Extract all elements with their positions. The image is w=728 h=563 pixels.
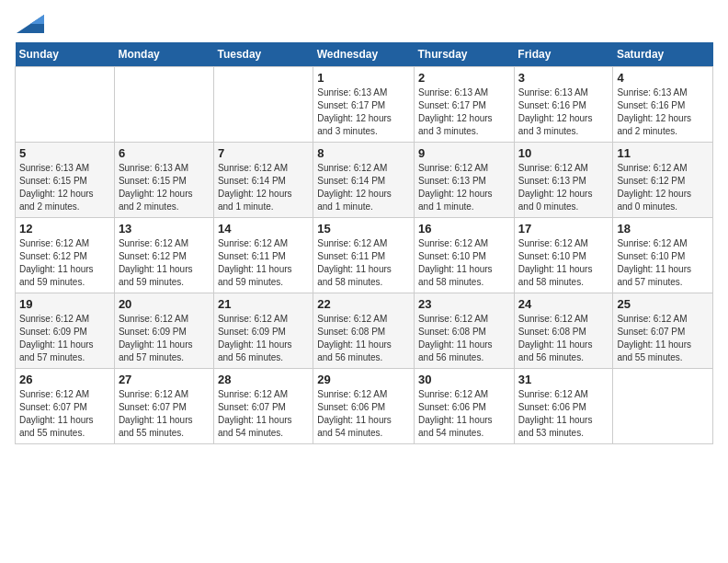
calendar-cell: 28Sunrise: 6:12 AM Sunset: 6:07 PM Dayli… <box>213 369 313 444</box>
day-number: 3 <box>518 71 609 85</box>
day-info: Sunrise: 6:12 AM Sunset: 6:06 PM Dayligh… <box>518 388 609 440</box>
day-info: Sunrise: 6:12 AM Sunset: 6:07 PM Dayligh… <box>119 388 210 440</box>
calendar-cell: 4Sunrise: 6:13 AM Sunset: 6:16 PM Daylig… <box>613 67 713 143</box>
day-number: 5 <box>19 146 110 160</box>
day-number: 27 <box>119 373 210 386</box>
day-info: Sunrise: 6:12 AM Sunset: 6:11 PM Dayligh… <box>317 237 410 289</box>
calendar-table: SundayMondayTuesdayWednesdayThursdayFrid… <box>15 42 713 444</box>
day-number: 29 <box>317 373 410 386</box>
day-info: Sunrise: 6:13 AM Sunset: 6:16 PM Dayligh… <box>518 86 609 138</box>
calendar-week-row: 12Sunrise: 6:12 AM Sunset: 6:12 PM Dayli… <box>16 218 713 293</box>
calendar-cell: 6Sunrise: 6:13 AM Sunset: 6:15 PM Daylig… <box>114 143 213 218</box>
calendar-cell: 17Sunrise: 6:12 AM Sunset: 6:10 PM Dayli… <box>514 218 613 293</box>
day-number: 20 <box>119 297 210 311</box>
day-info: Sunrise: 6:12 AM Sunset: 6:06 PM Dayligh… <box>418 388 510 440</box>
day-number: 11 <box>617 146 709 160</box>
day-info: Sunrise: 6:12 AM Sunset: 6:11 PM Dayligh… <box>218 237 309 289</box>
calendar-cell: 19Sunrise: 6:12 AM Sunset: 6:09 PM Dayli… <box>16 293 115 369</box>
svg-marker-1 <box>30 15 44 24</box>
day-info: Sunrise: 6:12 AM Sunset: 6:07 PM Dayligh… <box>218 388 309 440</box>
calendar-cell: 20Sunrise: 6:12 AM Sunset: 6:09 PM Dayli… <box>114 293 213 369</box>
calendar-cell: 3Sunrise: 6:13 AM Sunset: 6:16 PM Daylig… <box>514 67 613 143</box>
day-of-week-header: Saturday <box>613 42 713 67</box>
days-of-week-row: SundayMondayTuesdayWednesdayThursdayFrid… <box>16 42 713 67</box>
calendar-cell: 27Sunrise: 6:12 AM Sunset: 6:07 PM Dayli… <box>114 369 213 444</box>
logo <box>15 15 44 33</box>
day-info: Sunrise: 6:12 AM Sunset: 6:13 PM Dayligh… <box>518 162 609 213</box>
calendar-cell <box>213 67 313 143</box>
day-number: 7 <box>218 146 309 160</box>
day-info: Sunrise: 6:12 AM Sunset: 6:07 PM Dayligh… <box>617 313 709 364</box>
calendar-week-row: 1Sunrise: 6:13 AM Sunset: 6:17 PM Daylig… <box>16 67 713 143</box>
day-info: Sunrise: 6:12 AM Sunset: 6:07 PM Dayligh… <box>19 388 110 440</box>
page-header <box>15 15 713 33</box>
day-number: 26 <box>19 373 110 386</box>
day-info: Sunrise: 6:12 AM Sunset: 6:08 PM Dayligh… <box>317 313 410 364</box>
calendar-cell: 23Sunrise: 6:12 AM Sunset: 6:08 PM Dayli… <box>415 293 515 369</box>
day-number: 23 <box>418 297 510 311</box>
day-info: Sunrise: 6:12 AM Sunset: 6:09 PM Dayligh… <box>218 313 309 364</box>
day-number: 12 <box>19 222 110 236</box>
day-number: 6 <box>119 146 210 160</box>
calendar-cell: 31Sunrise: 6:12 AM Sunset: 6:06 PM Dayli… <box>514 369 613 444</box>
day-number: 22 <box>317 297 410 311</box>
day-number: 28 <box>218 373 309 386</box>
day-info: Sunrise: 6:13 AM Sunset: 6:17 PM Dayligh… <box>418 86 510 138</box>
calendar-cell <box>114 67 213 143</box>
day-info: Sunrise: 6:12 AM Sunset: 6:09 PM Dayligh… <box>19 313 110 364</box>
calendar-cell: 24Sunrise: 6:12 AM Sunset: 6:08 PM Dayli… <box>514 293 613 369</box>
day-info: Sunrise: 6:12 AM Sunset: 6:08 PM Dayligh… <box>418 313 510 364</box>
day-info: Sunrise: 6:12 AM Sunset: 6:10 PM Dayligh… <box>418 237 510 289</box>
calendar-cell: 2Sunrise: 6:13 AM Sunset: 6:17 PM Daylig… <box>415 67 515 143</box>
logo-icon <box>17 15 44 33</box>
day-info: Sunrise: 6:12 AM Sunset: 6:10 PM Dayligh… <box>518 237 609 289</box>
day-number: 19 <box>19 297 110 311</box>
day-of-week-header: Sunday <box>16 42 115 67</box>
day-number: 13 <box>119 222 210 236</box>
calendar-cell: 30Sunrise: 6:12 AM Sunset: 6:06 PM Dayli… <box>415 369 515 444</box>
calendar-cell: 5Sunrise: 6:13 AM Sunset: 6:15 PM Daylig… <box>16 143 115 218</box>
calendar-cell: 29Sunrise: 6:12 AM Sunset: 6:06 PM Dayli… <box>313 369 415 444</box>
day-info: Sunrise: 6:12 AM Sunset: 6:12 PM Dayligh… <box>19 237 110 289</box>
calendar-cell: 21Sunrise: 6:12 AM Sunset: 6:09 PM Dayli… <box>213 293 313 369</box>
day-info: Sunrise: 6:12 AM Sunset: 6:08 PM Dayligh… <box>518 313 609 364</box>
day-info: Sunrise: 6:13 AM Sunset: 6:15 PM Dayligh… <box>19 162 110 213</box>
day-number: 17 <box>518 222 609 236</box>
day-of-week-header: Thursday <box>415 42 515 67</box>
day-info: Sunrise: 6:13 AM Sunset: 6:16 PM Dayligh… <box>617 86 709 138</box>
calendar-cell: 26Sunrise: 6:12 AM Sunset: 6:07 PM Dayli… <box>16 369 115 444</box>
calendar-cell: 25Sunrise: 6:12 AM Sunset: 6:07 PM Dayli… <box>613 293 713 369</box>
day-info: Sunrise: 6:12 AM Sunset: 6:14 PM Dayligh… <box>317 162 410 213</box>
day-number: 2 <box>418 71 510 85</box>
calendar-cell: 7Sunrise: 6:12 AM Sunset: 6:14 PM Daylig… <box>213 143 313 218</box>
day-number: 10 <box>518 146 609 160</box>
calendar-cell: 22Sunrise: 6:12 AM Sunset: 6:08 PM Dayli… <box>313 293 415 369</box>
day-of-week-header: Wednesday <box>313 42 415 67</box>
calendar-cell: 10Sunrise: 6:12 AM Sunset: 6:13 PM Dayli… <box>514 143 613 218</box>
day-number: 16 <box>418 222 510 236</box>
day-info: Sunrise: 6:12 AM Sunset: 6:09 PM Dayligh… <box>119 313 210 364</box>
calendar-cell: 13Sunrise: 6:12 AM Sunset: 6:12 PM Dayli… <box>114 218 213 293</box>
calendar-cell <box>613 369 713 444</box>
calendar-cell: 8Sunrise: 6:12 AM Sunset: 6:14 PM Daylig… <box>313 143 415 218</box>
calendar-cell: 11Sunrise: 6:12 AM Sunset: 6:12 PM Dayli… <box>613 143 713 218</box>
day-info: Sunrise: 6:12 AM Sunset: 6:10 PM Dayligh… <box>617 237 709 289</box>
day-number: 31 <box>518 373 609 386</box>
day-number: 14 <box>218 222 309 236</box>
day-number: 18 <box>617 222 709 236</box>
calendar-cell: 14Sunrise: 6:12 AM Sunset: 6:11 PM Dayli… <box>213 218 313 293</box>
day-info: Sunrise: 6:12 AM Sunset: 6:12 PM Dayligh… <box>119 237 210 289</box>
calendar-week-row: 5Sunrise: 6:13 AM Sunset: 6:15 PM Daylig… <box>16 143 713 218</box>
day-number: 9 <box>418 146 510 160</box>
calendar-header: SundayMondayTuesdayWednesdayThursdayFrid… <box>16 42 713 67</box>
day-of-week-header: Tuesday <box>213 42 313 67</box>
day-number: 24 <box>518 297 609 311</box>
day-number: 1 <box>317 71 410 85</box>
day-of-week-header: Friday <box>514 42 613 67</box>
calendar-cell: 18Sunrise: 6:12 AM Sunset: 6:10 PM Dayli… <box>613 218 713 293</box>
day-of-week-header: Monday <box>114 42 213 67</box>
day-info: Sunrise: 6:12 AM Sunset: 6:12 PM Dayligh… <box>617 162 709 213</box>
day-info: Sunrise: 6:13 AM Sunset: 6:17 PM Dayligh… <box>317 86 410 138</box>
calendar-cell: 12Sunrise: 6:12 AM Sunset: 6:12 PM Dayli… <box>16 218 115 293</box>
day-info: Sunrise: 6:12 AM Sunset: 6:14 PM Dayligh… <box>218 162 309 213</box>
